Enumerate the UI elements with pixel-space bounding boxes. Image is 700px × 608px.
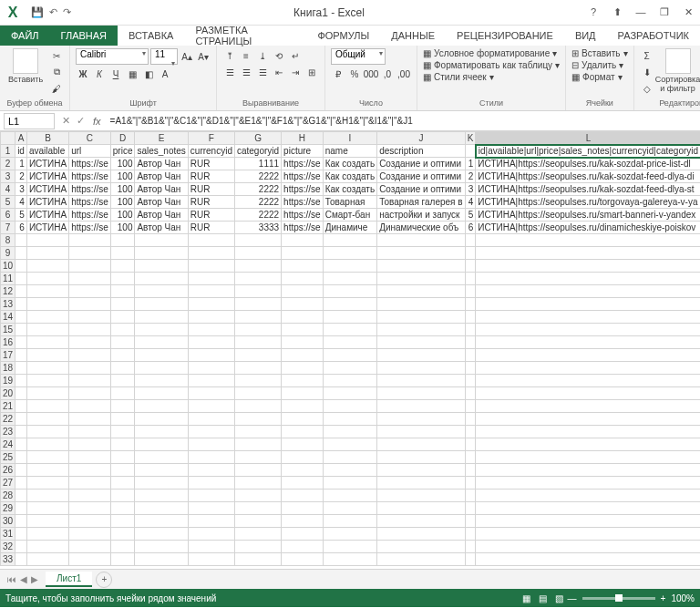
align-middle-icon[interactable]: ≡ bbox=[239, 48, 253, 63]
cell-I13[interactable] bbox=[323, 298, 376, 311]
cell-E7[interactable]: Автор Чан bbox=[135, 222, 188, 234]
cell-L5[interactable]: ИСТИНА|https://seopulses.ru/torgovaya-ga… bbox=[476, 196, 700, 209]
cell-I7[interactable]: Динамиче bbox=[323, 222, 376, 234]
insert-cells-button[interactable]: ⊞Вставить▾ bbox=[571, 48, 627, 58]
cell-H28[interactable] bbox=[282, 489, 324, 502]
cell-K32[interactable] bbox=[465, 541, 476, 553]
cell-L19[interactable] bbox=[476, 375, 700, 387]
cell-L31[interactable] bbox=[476, 528, 700, 541]
cell-L1[interactable]: id|available|url|price|sales_notes|curre… bbox=[476, 145, 700, 158]
cell-L4[interactable]: ИСТИНА|https://seopulses.ru/kak-sozdat-f… bbox=[476, 183, 700, 196]
cell-D19[interactable] bbox=[110, 375, 135, 387]
cell-A12[interactable] bbox=[15, 285, 27, 298]
fill-down-icon[interactable]: ⬇ bbox=[640, 65, 654, 79]
cell-C15[interactable] bbox=[69, 324, 111, 336]
cell-D21[interactable] bbox=[110, 400, 135, 413]
cell-J8[interactable] bbox=[377, 234, 466, 247]
row-header-8[interactable]: 8 bbox=[1, 234, 15, 247]
cell-J22[interactable] bbox=[377, 413, 466, 426]
cell-L33[interactable] bbox=[476, 553, 700, 566]
cell-J26[interactable] bbox=[377, 464, 466, 477]
cell-K33[interactable] bbox=[465, 553, 476, 566]
view-layout-icon[interactable]: ▤ bbox=[535, 593, 551, 603]
cell-I11[interactable] bbox=[323, 273, 376, 285]
cell-E18[interactable] bbox=[135, 362, 188, 375]
cell-E12[interactable] bbox=[135, 285, 188, 298]
cell-B10[interactable] bbox=[26, 260, 68, 273]
cell-D8[interactable] bbox=[110, 234, 135, 247]
cell-L14[interactable] bbox=[476, 311, 700, 324]
cell-C29[interactable] bbox=[69, 502, 111, 515]
cell-J19[interactable] bbox=[377, 375, 466, 387]
cell-H27[interactable] bbox=[282, 477, 324, 489]
row-header-1[interactable]: 1 bbox=[1, 145, 15, 158]
cell-H7[interactable]: https://se bbox=[282, 222, 324, 234]
cell-I33[interactable] bbox=[323, 553, 376, 566]
col-header-I[interactable]: I bbox=[323, 132, 376, 145]
cell-J15[interactable] bbox=[377, 324, 466, 336]
cell-D22[interactable] bbox=[110, 413, 135, 426]
worksheet-grid[interactable]: ABCDEFGHIJKLMNO1idavailableurlpricesales… bbox=[0, 131, 700, 569]
cell-C32[interactable] bbox=[69, 541, 111, 553]
cell-G28[interactable] bbox=[234, 489, 281, 502]
cell-B21[interactable] bbox=[26, 400, 68, 413]
cell-A33[interactable] bbox=[15, 553, 27, 566]
cell-F19[interactable] bbox=[188, 375, 234, 387]
tab-вставка[interactable]: ВСТАВКА bbox=[118, 26, 184, 46]
cell-G20[interactable] bbox=[234, 387, 281, 400]
cell-F10[interactable] bbox=[188, 260, 234, 273]
cell-E21[interactable] bbox=[135, 400, 188, 413]
cell-B8[interactable] bbox=[26, 234, 68, 247]
sheet-first-icon[interactable]: ⏮ bbox=[7, 574, 16, 584]
cell-K5[interactable]: 4 bbox=[465, 196, 476, 209]
cell-E28[interactable] bbox=[135, 489, 188, 502]
cell-F5[interactable]: RUR bbox=[188, 196, 234, 209]
cell-D2[interactable]: 100 bbox=[110, 158, 135, 170]
cell-D6[interactable]: 100 bbox=[110, 209, 135, 222]
cell-A20[interactable] bbox=[15, 387, 27, 400]
cell-H26[interactable] bbox=[282, 464, 324, 477]
paste-button[interactable]: Вставить bbox=[5, 48, 46, 85]
cell-J9[interactable] bbox=[377, 247, 466, 260]
fx-icon[interactable]: fx bbox=[88, 116, 107, 127]
cell-E5[interactable]: Автор Чан bbox=[135, 196, 188, 209]
cell-E16[interactable] bbox=[135, 336, 188, 349]
select-all-corner[interactable] bbox=[1, 132, 15, 145]
cell-C7[interactable]: https://se bbox=[69, 222, 111, 234]
cell-L23[interactable] bbox=[476, 426, 700, 438]
cell-G10[interactable] bbox=[234, 260, 281, 273]
cell-I28[interactable] bbox=[323, 489, 376, 502]
cell-K20[interactable] bbox=[465, 387, 476, 400]
cell-C24[interactable] bbox=[69, 438, 111, 451]
cell-G27[interactable] bbox=[234, 477, 281, 489]
cell-F27[interactable] bbox=[188, 477, 234, 489]
restore-icon[interactable]: ❐ bbox=[653, 6, 676, 18]
cell-C20[interactable] bbox=[69, 387, 111, 400]
cell-E4[interactable]: Автор Чан bbox=[135, 183, 188, 196]
sort-filter-button[interactable]: Сортировка и фильтр bbox=[658, 48, 698, 94]
cell-B5[interactable]: ИСТИНА bbox=[26, 196, 68, 209]
cell-B20[interactable] bbox=[26, 387, 68, 400]
cell-B27[interactable] bbox=[26, 477, 68, 489]
cell-L18[interactable] bbox=[476, 362, 700, 375]
cell-K29[interactable] bbox=[465, 502, 476, 515]
cell-A8[interactable] bbox=[15, 234, 27, 247]
cell-E23[interactable] bbox=[135, 426, 188, 438]
row-header-5[interactable]: 5 bbox=[1, 196, 15, 209]
cell-H30[interactable] bbox=[282, 515, 324, 528]
cell-E20[interactable] bbox=[135, 387, 188, 400]
cell-D24[interactable] bbox=[110, 438, 135, 451]
cell-H3[interactable]: https://se bbox=[282, 170, 324, 183]
cell-A3[interactable]: 2 bbox=[15, 170, 27, 183]
cell-A23[interactable] bbox=[15, 426, 27, 438]
percent-icon[interactable]: % bbox=[347, 67, 362, 81]
cell-E19[interactable] bbox=[135, 375, 188, 387]
cell-L20[interactable] bbox=[476, 387, 700, 400]
copy-icon[interactable]: ⧉ bbox=[49, 65, 64, 79]
cell-A18[interactable] bbox=[15, 362, 27, 375]
cell-C21[interactable] bbox=[69, 400, 111, 413]
row-header-25[interactable]: 25 bbox=[1, 451, 15, 464]
cell-J7[interactable]: Динамические объ bbox=[377, 222, 466, 234]
cell-B29[interactable] bbox=[26, 502, 68, 515]
format-painter-icon[interactable]: 🖌 bbox=[49, 81, 64, 96]
